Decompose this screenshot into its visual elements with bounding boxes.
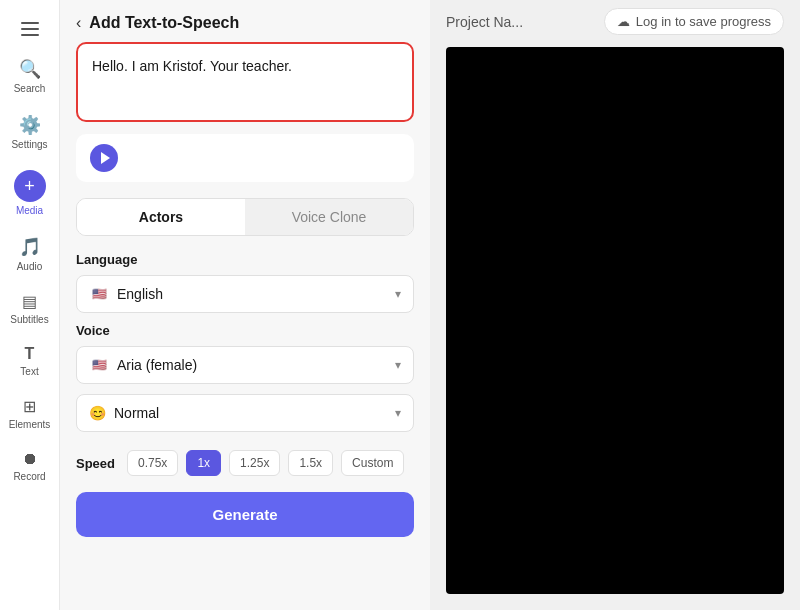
voice-actor-flag: 🇺🇸	[89, 358, 109, 372]
panel: ‹ Add Text-to-Speech Hello. I am Kristof…	[60, 0, 430, 610]
sidebar-item-label-settings: Settings	[11, 139, 47, 150]
tabs-container: Actors Voice Clone	[76, 198, 414, 236]
audio-icon: 🎵	[19, 236, 41, 258]
sidebar-item-subtitles[interactable]: ▤ Subtitles	[3, 284, 57, 333]
sidebar-item-label-record: Record	[13, 471, 45, 482]
subtitles-icon: ▤	[22, 292, 37, 311]
generate-button[interactable]: Generate	[76, 492, 414, 537]
play-icon	[101, 152, 110, 164]
speed-075x-button[interactable]: 0.75x	[127, 450, 178, 476]
record-icon: ⏺	[22, 450, 38, 468]
play-button[interactable]	[90, 144, 118, 172]
panel-title: Add Text-to-Speech	[89, 14, 239, 32]
login-label: Log in to save progress	[636, 14, 771, 29]
speed-custom-button[interactable]: Custom	[341, 450, 404, 476]
voice-mood-value: Normal	[114, 405, 159, 421]
sidebar-item-search[interactable]: 🔍 Search	[3, 50, 57, 102]
login-button[interactable]: ☁ Log in to save progress	[604, 8, 784, 35]
speed-1x-button[interactable]: 1x	[186, 450, 221, 476]
sidebar-item-label-text: Text	[20, 366, 38, 377]
voice-actor-left: 🇺🇸 Aria (female)	[89, 357, 197, 373]
tab-actors[interactable]: Actors	[77, 199, 245, 235]
sidebar-item-label-audio: Audio	[17, 261, 43, 272]
settings-icon: ⚙️	[19, 114, 41, 136]
panel-header: ‹ Add Text-to-Speech	[60, 0, 430, 42]
sidebar-item-text[interactable]: T Text	[3, 337, 57, 385]
voice-label: Voice	[76, 323, 414, 338]
sidebar-item-label-subtitles: Subtitles	[10, 314, 48, 325]
sidebar-item-elements[interactable]: ⊞ Elements	[3, 389, 57, 438]
sidebar-item-label-media: Media	[16, 205, 43, 216]
project-name: Project Na...	[446, 14, 523, 30]
language-dropdown-left: 🇺🇸 English	[89, 286, 163, 302]
cloud-icon: ☁	[617, 14, 630, 29]
text-input-content: Hello. I am Kristof. Your teacher.	[92, 56, 398, 77]
voice-actor-dropdown[interactable]: 🇺🇸 Aria (female) ▾	[76, 346, 414, 384]
text-icon: T	[25, 345, 35, 363]
tab-voice-clone[interactable]: Voice Clone	[245, 199, 413, 235]
sidebar-item-record[interactable]: ⏺ Record	[3, 442, 57, 490]
search-icon: 🔍	[19, 58, 41, 80]
speed-label: Speed	[76, 456, 115, 471]
sidebar: 🔍 Search ⚙️ Settings + Media 🎵 Audio ▤ S…	[0, 0, 60, 610]
voice-mood-chevron-icon: ▾	[395, 406, 401, 420]
voice-actor-name: Aria (female)	[117, 357, 197, 373]
hamburger-menu[interactable]	[13, 12, 47, 46]
elements-icon: ⊞	[23, 397, 36, 416]
voice-actor-chevron-icon: ▾	[395, 358, 401, 372]
canvas-preview	[446, 47, 784, 594]
sidebar-item-media[interactable]: + Media	[3, 162, 57, 224]
canvas-area: Project Na... ☁ Log in to save progress	[430, 0, 800, 610]
media-icon: +	[14, 170, 46, 202]
canvas-topbar: Project Na... ☁ Log in to save progress	[430, 0, 800, 43]
sidebar-item-settings[interactable]: ⚙️ Settings	[3, 106, 57, 158]
sidebar-item-audio[interactable]: 🎵 Audio	[3, 228, 57, 280]
language-dropdown[interactable]: 🇺🇸 English ▾	[76, 275, 414, 313]
language-label: Language	[76, 252, 414, 267]
speed-125x-button[interactable]: 1.25x	[229, 450, 280, 476]
speed-section: Speed 0.75x 1x 1.25x 1.5x Custom	[76, 450, 414, 476]
language-value: English	[117, 286, 163, 302]
voice-mood-dropdown[interactable]: 😊 Normal ▾	[76, 394, 414, 432]
back-button[interactable]: ‹	[76, 14, 81, 32]
voice-mood-emoji-icon: 😊	[89, 405, 106, 421]
sidebar-item-label-elements: Elements	[9, 419, 51, 430]
speed-15x-button[interactable]: 1.5x	[288, 450, 333, 476]
language-chevron-icon: ▾	[395, 287, 401, 301]
sidebar-item-label-search: Search	[14, 83, 46, 94]
language-flag: 🇺🇸	[89, 287, 109, 301]
play-area	[76, 134, 414, 182]
text-input-box[interactable]: Hello. I am Kristof. Your teacher.	[76, 42, 414, 122]
voice-mood-left: 😊 Normal	[89, 405, 159, 421]
